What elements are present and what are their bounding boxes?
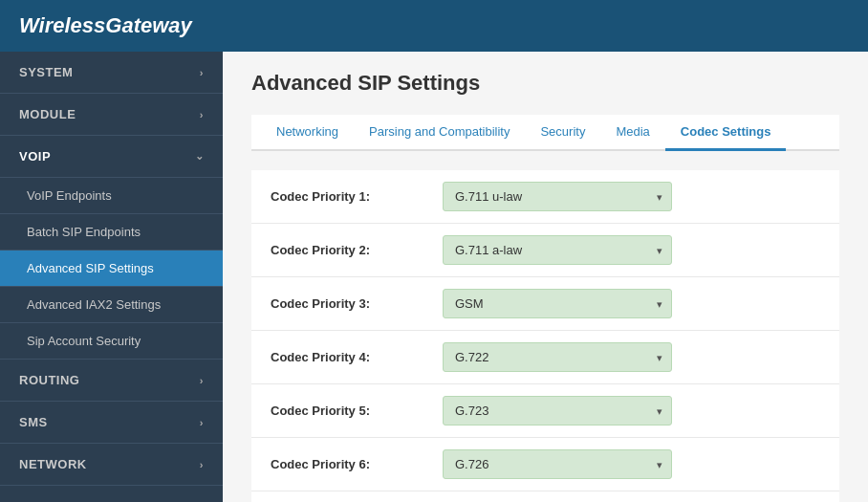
- sidebar-sub-label: Batch SIP Endpoints: [27, 225, 141, 239]
- tab-media[interactable]: Media: [600, 115, 664, 151]
- sidebar-sub-label: Advanced SIP Settings: [27, 261, 154, 275]
- sidebar-section-label: SMS: [19, 415, 48, 429]
- sidebar-item-network[interactable]: NETWORK ›: [0, 444, 223, 486]
- chevron-right-icon: ›: [200, 375, 204, 386]
- sidebar: SYSTEM › MODULE › VOIP ⌄ VoIP Endpoints …: [0, 52, 223, 502]
- sidebar-item-sip-account-security[interactable]: Sip Account Security: [0, 323, 223, 360]
- sidebar-sub-label: Advanced IAX2 Settings: [27, 297, 161, 312]
- tab-parsing[interactable]: Parsing and Compatibility: [354, 115, 525, 151]
- codec-select-4[interactable]: G.711 u-lawG.711 a-lawGSMG.722G.723G.726…: [443, 342, 672, 372]
- sidebar-section-label: MODULE: [19, 107, 76, 121]
- codec-row-6: Codec Priority 6:G.711 u-lawG.711 a-lawG…: [251, 438, 839, 491]
- sidebar-item-advanced-sip[interactable]: Advanced SIP Settings: [0, 251, 223, 287]
- app-header: WirelessGateway: [0, 0, 868, 52]
- codec-row-2: Codec Priority 2:G.711 u-lawG.711 a-lawG…: [251, 224, 839, 277]
- sidebar-section-label: SYSTEM: [19, 65, 73, 79]
- sidebar-sub-label: VoIP Endpoints: [27, 188, 112, 203]
- sidebar-section-label: ROUTING: [19, 373, 79, 387]
- sidebar-section-label: VOIP: [19, 149, 51, 164]
- codec-select-wrapper-2: G.711 u-lawG.711 a-lawGSMG.722G.723G.726…: [443, 235, 672, 265]
- codec-row-5: Codec Priority 5:G.711 u-lawG.711 a-lawG…: [251, 384, 839, 438]
- page-title: Advanced SIP Settings: [251, 71, 839, 96]
- codec-label-2: Codec Priority 2:: [271, 243, 443, 257]
- codec-row-1: Codec Priority 1:G.711 u-lawG.711 a-lawG…: [251, 170, 839, 224]
- sidebar-item-module[interactable]: MODULE ›: [0, 94, 223, 136]
- codec-select-wrapper-1: G.711 u-lawG.711 a-lawGSMG.722G.723G.726…: [443, 182, 672, 211]
- codec-select-wrapper-6: G.711 u-lawG.711 a-lawGSMG.722G.723G.726…: [443, 449, 672, 479]
- codec-row-7: Codec Priority 7:G.711 u-lawG.711 a-lawG…: [251, 491, 839, 502]
- codec-label-5: Codec Priority 5:: [271, 404, 443, 418]
- chevron-right-icon: ›: [200, 67, 204, 78]
- codec-row-3: Codec Priority 3:G.711 u-lawG.711 a-lawG…: [251, 277, 839, 331]
- chevron-right-icon: ›: [200, 417, 204, 428]
- codec-form: Codec Priority 1:G.711 u-lawG.711 a-lawG…: [251, 170, 839, 502]
- codec-select-6[interactable]: G.711 u-lawG.711 a-lawGSMG.722G.723G.726…: [443, 449, 672, 479]
- sidebar-item-system[interactable]: SYSTEM ›: [0, 52, 223, 94]
- codec-select-2[interactable]: G.711 u-lawG.711 a-lawGSMG.722G.723G.726…: [443, 235, 672, 265]
- codec-select-wrapper-5: G.711 u-lawG.711 a-lawGSMG.722G.723G.726…: [443, 396, 672, 426]
- codec-select-5[interactable]: G.711 u-lawG.711 a-lawGSMG.722G.723G.726…: [443, 396, 672, 426]
- tab-codec-settings[interactable]: Codec Settings: [665, 115, 787, 151]
- codec-select-wrapper-3: G.711 u-lawG.711 a-lawGSMG.722G.723G.726…: [443, 289, 672, 318]
- sidebar-sub-label: Sip Account Security: [27, 334, 141, 348]
- tab-networking[interactable]: Networking: [261, 115, 354, 151]
- chevron-right-icon: ›: [200, 459, 204, 470]
- codec-label-4: Codec Priority 4:: [271, 350, 443, 364]
- sidebar-item-batch-sip[interactable]: Batch SIP Endpoints: [0, 214, 223, 251]
- codec-label-1: Codec Priority 1:: [271, 189, 443, 204]
- sidebar-item-advanced-iax2[interactable]: Advanced IAX2 Settings: [0, 287, 223, 323]
- sidebar-item-voip[interactable]: VOIP ⌄: [0, 136, 223, 178]
- sidebar-section-label: NETWORK: [19, 457, 87, 471]
- codec-row-4: Codec Priority 4:G.711 u-lawG.711 a-lawG…: [251, 331, 839, 384]
- app-title: WirelessGateway: [19, 13, 192, 37]
- sidebar-item-sms[interactable]: SMS ›: [0, 402, 223, 444]
- codec-select-1[interactable]: G.711 u-lawG.711 a-lawGSMG.722G.723G.726…: [443, 182, 672, 211]
- tab-security[interactable]: Security: [525, 115, 600, 151]
- codec-label-6: Codec Priority 6:: [271, 457, 443, 471]
- chevron-right-icon: ›: [200, 109, 204, 120]
- codec-select-wrapper-4: G.711 u-lawG.711 a-lawGSMG.722G.723G.726…: [443, 342, 672, 372]
- sidebar-item-voip-endpoints[interactable]: VoIP Endpoints: [0, 178, 223, 214]
- main-content: Advanced SIP Settings Networking Parsing…: [223, 52, 868, 502]
- main-layout: SYSTEM › MODULE › VOIP ⌄ VoIP Endpoints …: [0, 52, 868, 502]
- tab-bar: Networking Parsing and Compatibility Sec…: [251, 115, 839, 151]
- codec-label-3: Codec Priority 3:: [271, 296, 443, 311]
- codec-select-3[interactable]: G.711 u-lawG.711 a-lawGSMG.722G.723G.726…: [443, 289, 672, 318]
- sidebar-item-routing[interactable]: ROUTING ›: [0, 360, 223, 402]
- chevron-down-icon: ⌄: [195, 150, 205, 163]
